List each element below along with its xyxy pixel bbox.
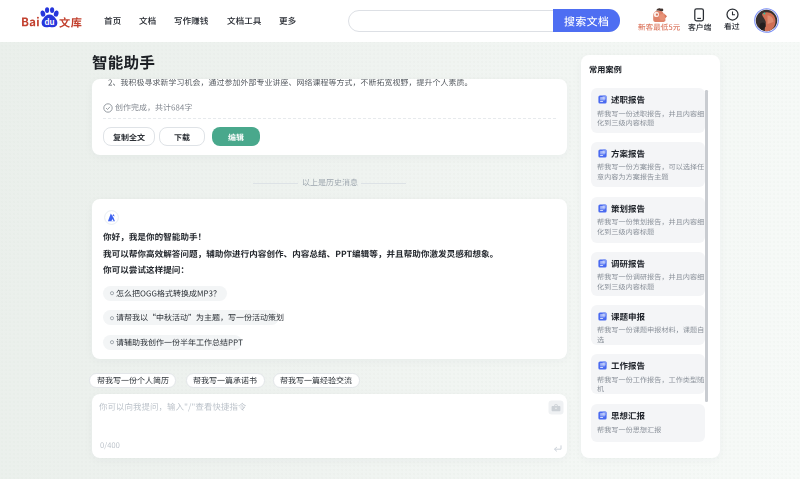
svg-text:du: du <box>45 17 55 26</box>
